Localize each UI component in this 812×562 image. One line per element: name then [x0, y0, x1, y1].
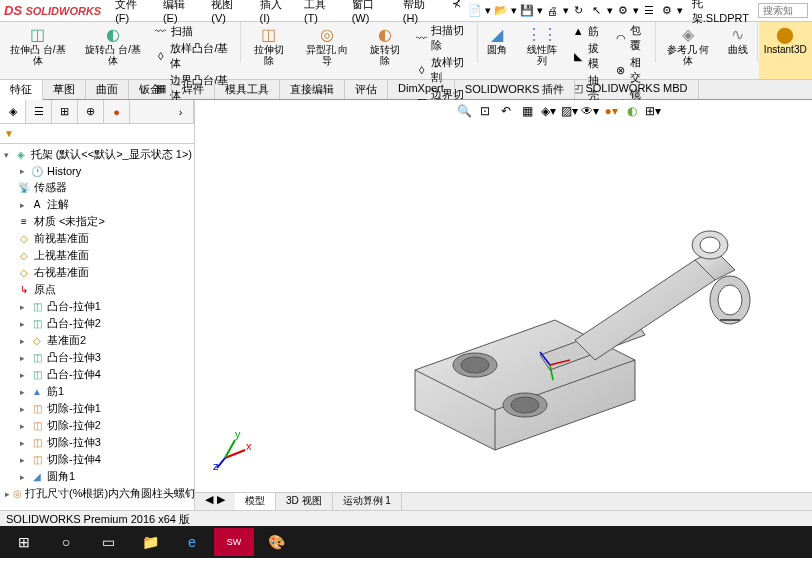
- tab-mbd[interactable]: SOLIDWORKS MBD: [575, 80, 698, 99]
- tab-nav-icon[interactable]: ◀ ▶: [195, 493, 235, 510]
- rebuild-icon[interactable]: ↻: [571, 3, 587, 19]
- open-icon[interactable]: 📂: [493, 3, 509, 19]
- tab-eval[interactable]: 评估: [345, 80, 388, 99]
- feature-tree-panel: ◈ ☰ ⊞ ⊕ ● › ▼ ▾◈托架 (默认<<默认>_显示状态 1>) ▸🕐H…: [0, 100, 195, 510]
- prev-view-icon[interactable]: ↶: [497, 102, 515, 120]
- tree-feature[interactable]: ▸◫切除-拉伸2: [0, 417, 194, 434]
- ref-geometry-button[interactable]: ◈参考几 何体: [656, 22, 719, 79]
- tree-material[interactable]: ≡材质 <未指定>: [0, 213, 194, 230]
- tree-feature[interactable]: ▸◢圆角1: [0, 468, 194, 485]
- tree-feature[interactable]: ▸◫凸台-拉伸2: [0, 315, 194, 332]
- model-render: [375, 190, 765, 470]
- sweep-cut-button[interactable]: 〰扫描切除: [412, 22, 476, 54]
- extrude-boss-button[interactable]: ◫拉伸凸 台/基体: [0, 22, 75, 79]
- command-tabs: 特征 草图 曲面 钣金 焊件 模具工具 直接编辑 评估 DimXpert SOL…: [0, 80, 812, 100]
- zoom-fit-icon[interactable]: 🔍: [455, 102, 473, 120]
- tree-top-plane[interactable]: ◇上视基准面: [0, 247, 194, 264]
- tab-sketch[interactable]: 草图: [43, 80, 86, 99]
- select-icon[interactable]: ↖: [589, 3, 605, 19]
- tree-sensors[interactable]: 📡传感器: [0, 179, 194, 196]
- tree-annotations[interactable]: ▸A注解: [0, 196, 194, 213]
- tab-motion[interactable]: 运动算例 1: [333, 493, 402, 510]
- hole-wizard-button[interactable]: ◎异型孔 向导: [296, 22, 359, 79]
- list-icon[interactable]: ☰: [641, 3, 657, 19]
- tree-tab-icon[interactable]: ◈: [0, 100, 26, 123]
- section-icon[interactable]: ▦: [518, 102, 536, 120]
- explorer-icon[interactable]: 📁: [130, 528, 170, 556]
- tree-feature[interactable]: ▸◫切除-拉伸1: [0, 400, 194, 417]
- save-icon[interactable]: 💾: [519, 3, 535, 19]
- options-icon[interactable]: ⚙: [615, 3, 631, 19]
- appearance-icon[interactable]: ●▾: [602, 102, 620, 120]
- tab-3dview[interactable]: 3D 视图: [276, 493, 333, 510]
- tree-feature[interactable]: ▸◫凸台-拉伸1: [0, 298, 194, 315]
- svg-point-5: [700, 237, 720, 253]
- extrude-cut-button[interactable]: ◫拉伸切 除: [242, 22, 295, 79]
- instant3d-button[interactable]: ⬤Instant3D: [759, 22, 812, 79]
- revolve-cut-button[interactable]: ◐旋转切 除: [359, 22, 412, 79]
- svg-point-1: [461, 357, 489, 373]
- config-tab-icon[interactable]: ⊞: [52, 100, 78, 123]
- title-bar: DS SOLIDWORKS 文件(F) 编辑(E) 视图(V) 插入(I) 工具…: [0, 0, 812, 22]
- appearance-tab-icon[interactable]: ●: [104, 100, 130, 123]
- solidworks-task-icon[interactable]: SW: [214, 528, 254, 556]
- viewport[interactable]: 🔍 ⊡ ↶ ▦ ◈▾ ▨▾ 👁▾ ●▾ ◐ ⊞▾: [195, 100, 812, 510]
- tab-model[interactable]: 模型: [235, 493, 276, 510]
- cortana-icon[interactable]: ○: [46, 528, 86, 556]
- tree-origin[interactable]: ↳原点: [0, 281, 194, 298]
- tab-weld[interactable]: 焊件: [172, 80, 215, 99]
- tab-dimx[interactable]: DimXpert: [388, 80, 455, 99]
- tree-root[interactable]: ▾◈托架 (默认<<默认>_显示状态 1>): [0, 146, 194, 163]
- view-triad[interactable]: x y z: [213, 430, 253, 470]
- rib-button[interactable]: ▲筋: [568, 22, 611, 40]
- tree-feature[interactable]: ▸◇基准面2: [0, 332, 194, 349]
- sweep-button[interactable]: 〰扫描: [151, 22, 239, 40]
- render-icon[interactable]: ⊞▾: [644, 102, 662, 120]
- ribbon: ◫拉伸凸 台/基体 ◐旋转凸 台/基体 〰扫描 ◊放样凸台/基体 ▦边界凸台/基…: [0, 22, 812, 80]
- tab-sheet[interactable]: 钣金: [129, 80, 172, 99]
- tree-feature[interactable]: ▸◎打孔尺寸(%根据)内六角圆柱头螺钉的类型1: [0, 485, 194, 502]
- new-icon[interactable]: 📄: [467, 3, 483, 19]
- curves-button[interactable]: ∿曲线: [720, 22, 756, 79]
- edge-icon[interactable]: e: [172, 528, 212, 556]
- tree-feature[interactable]: ▸◫凸台-拉伸4: [0, 366, 194, 383]
- zoom-area-icon[interactable]: ⊡: [476, 102, 494, 120]
- search-input[interactable]: [758, 3, 808, 18]
- loft-button[interactable]: ◊放样凸台/基体: [151, 40, 239, 72]
- view-orient-icon[interactable]: ◈▾: [539, 102, 557, 120]
- fillet-button[interactable]: ◢圆角: [479, 22, 515, 79]
- tab-surface[interactable]: 曲面: [86, 80, 129, 99]
- tree-feature[interactable]: ▸▲筋1: [0, 383, 194, 400]
- taskview-icon[interactable]: ▭: [88, 528, 128, 556]
- tree-feature[interactable]: ▸◫切除-拉伸4: [0, 451, 194, 468]
- windows-taskbar: ⊞ ○ ▭ 📁 e SW 🎨: [0, 526, 812, 558]
- view-toolbar: 🔍 ⊡ ↶ ▦ ◈▾ ▨▾ 👁▾ ●▾ ◐ ⊞▾: [455, 102, 662, 120]
- gear-icon[interactable]: ⚙: [659, 3, 675, 19]
- tab-mold[interactable]: 模具工具: [215, 80, 280, 99]
- feature-tree[interactable]: ▾◈托架 (默认<<默认>_显示状态 1>) ▸🕐History 📡传感器 ▸A…: [0, 144, 194, 504]
- scene-icon[interactable]: ◐: [623, 102, 641, 120]
- bottom-tabs: ◀ ▶ 模型 3D 视图 运动算例 1: [195, 492, 812, 510]
- quick-access-toolbar: 📄▾ 📂▾ 💾▾ 🖨▾ ↻ ↖▾ ⚙▾ ☰ ⚙▾: [467, 3, 683, 19]
- paint-icon[interactable]: 🎨: [256, 528, 296, 556]
- tree-feature[interactable]: ▸◫切除-拉伸3: [0, 434, 194, 451]
- draft-button[interactable]: ◣拔模: [568, 40, 611, 72]
- display-tab-icon[interactable]: ⊕: [78, 100, 104, 123]
- tab-feature[interactable]: 特征: [0, 80, 43, 100]
- tree-front-plane[interactable]: ◇前视基准面: [0, 230, 194, 247]
- property-tab-icon[interactable]: ☰: [26, 100, 52, 123]
- tree-right-plane[interactable]: ◇右视基准面: [0, 264, 194, 281]
- tree-feature[interactable]: ▸◫凸台-拉伸3: [0, 349, 194, 366]
- collapse-icon[interactable]: ›: [168, 100, 194, 123]
- display-style-icon[interactable]: ▨▾: [560, 102, 578, 120]
- tab-plugin[interactable]: SOLIDWORKS 插件: [455, 80, 576, 99]
- tree-history[interactable]: ▸🕐History: [0, 163, 194, 179]
- hide-show-icon[interactable]: 👁▾: [581, 102, 599, 120]
- tab-direct[interactable]: 直接编辑: [280, 80, 345, 99]
- print-icon[interactable]: 🖨: [545, 3, 561, 19]
- pattern-button[interactable]: ⋮⋮线性阵 列: [515, 22, 568, 79]
- start-button[interactable]: ⊞: [4, 528, 44, 556]
- revolve-boss-button[interactable]: ◐旋转凸 台/基体: [75, 22, 150, 79]
- filter-icon[interactable]: ▼: [2, 126, 16, 140]
- wrap-button[interactable]: ◠包覆: [611, 22, 654, 54]
